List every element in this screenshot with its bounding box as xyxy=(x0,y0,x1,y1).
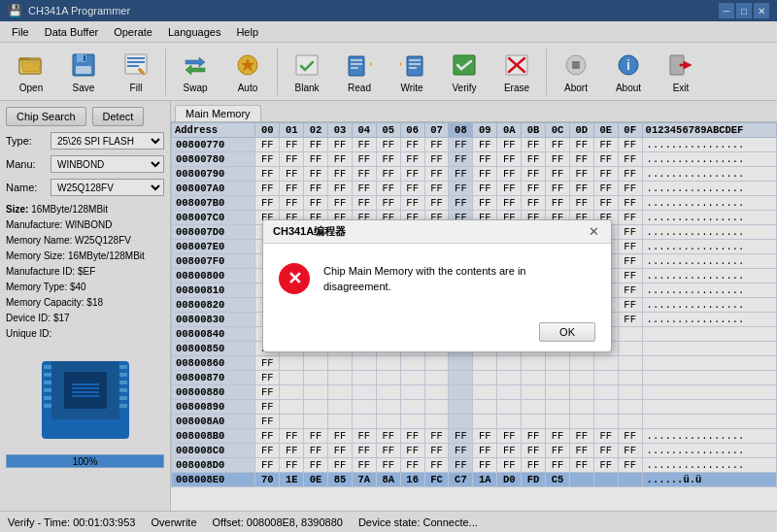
error-dialog: CH341A编程器 ✕ ✕ Chip Main Memory with the … xyxy=(262,219,612,352)
error-icon: ✕ xyxy=(279,263,310,294)
dialog-body: ✕ Chip Main Memory with the contents are… xyxy=(263,244,611,315)
dialog-message: Chip Main Memory with the contents are i… xyxy=(323,263,595,295)
dialog-overlay: CH341A编程器 ✕ ✕ Chip Main Memory with the … xyxy=(0,0,777,532)
dialog-footer: OK xyxy=(263,315,611,351)
dialog-ok-button[interactable]: OK xyxy=(539,322,595,342)
dialog-title-bar: CH341A编程器 ✕ xyxy=(263,220,611,244)
dialog-close-button[interactable]: ✕ xyxy=(587,224,601,239)
dialog-title-text: CH341A编程器 xyxy=(273,224,346,239)
